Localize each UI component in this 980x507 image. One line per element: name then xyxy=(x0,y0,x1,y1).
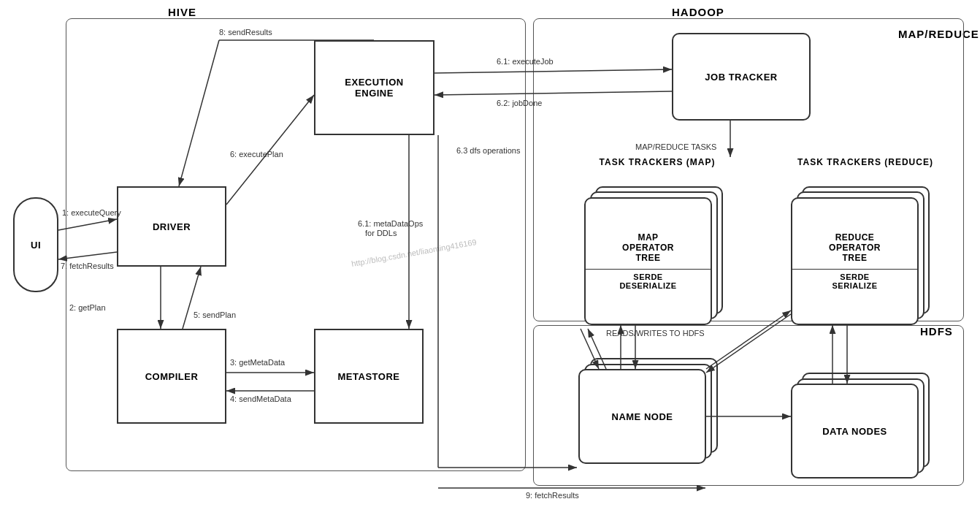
map-operator-tree-box: MAP OPERATOR TREE SERDE DESERIALIZE xyxy=(584,197,712,325)
task-trackers-map-label: TASK TRACKERS (MAP) xyxy=(584,157,730,167)
driver-box: DRIVER xyxy=(117,186,226,267)
task-trackers-reduce-label: TASK TRACKERS (REDUCE) xyxy=(789,157,942,167)
hadoop-label: HADOOP xyxy=(672,6,724,18)
metastore-box: METASTORE xyxy=(314,329,424,424)
execution-engine-box: EXECUTION ENGINE xyxy=(314,40,435,135)
compiler-box: COMPILER xyxy=(117,329,226,424)
data-nodes-box: DATA NODES xyxy=(791,384,919,479)
ui-box: UI xyxy=(13,197,58,292)
arrow-label-9: 9: fetchResults xyxy=(526,491,579,500)
reduce-operator-tree-box: REDUCE OPERATOR TREE SERDE SERIALIZE xyxy=(791,197,919,325)
job-tracker-box: JOB TRACKER xyxy=(672,33,811,121)
diagram: { "labels": { "hive": "HIVE", "hadoop": … xyxy=(0,0,980,507)
name-node-box: NAME NODE xyxy=(578,369,706,464)
hive-label: HIVE xyxy=(168,6,196,18)
